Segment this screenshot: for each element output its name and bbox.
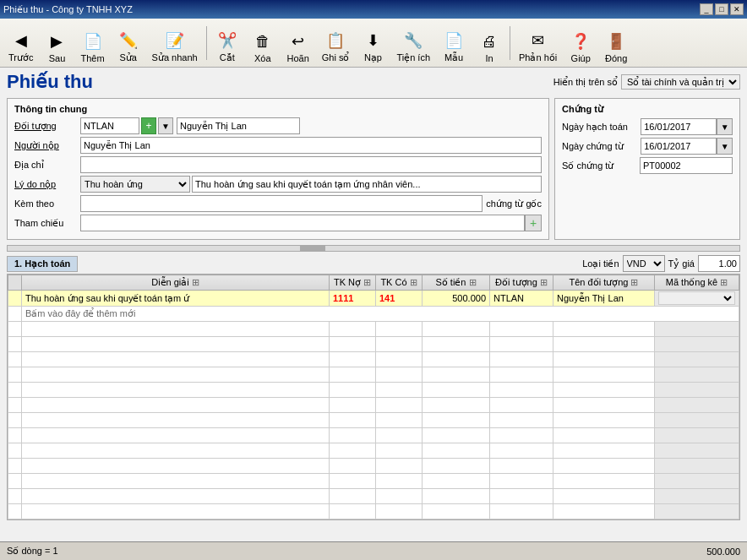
loai-tien-row: Loại tiền VND USD Tỷ giá (582, 255, 740, 272)
ly-do-nop-row: Lý do nộp Thu hoàn ứng (14, 176, 542, 193)
col-ma-thong-ke: Mã thống kê ⊞ (655, 275, 739, 291)
tham-chieu-input[interactable] (80, 215, 525, 231)
toolbar-cut[interactable]: ✂️ Cắt (210, 27, 244, 65)
empty-row-12 (8, 489, 739, 504)
ly-do-select[interactable]: Thu hoàn ứng (80, 176, 190, 193)
toolbar-post[interactable]: 📋 Ghi sổ (317, 27, 355, 65)
page-title-row: Phiếu thu Hiển thị trên sổ Sổ tài chính … (7, 71, 740, 93)
kem-theo-label: Kèm theo (14, 198, 80, 209)
toolbar-cancel[interactable]: ↩ Hoãn (281, 28, 315, 65)
dia-chi-label: Địa chỉ (14, 160, 80, 171)
chung-tu-title: Chứng từ (562, 104, 733, 115)
ngay-chung-tu-input[interactable] (641, 138, 717, 155)
nguoi-nop-input[interactable] (80, 137, 542, 154)
cell-ten-doi-tuong[interactable]: Nguyễn Thị Lan (553, 291, 655, 307)
display-label: Hiển thị trên sổ (553, 77, 618, 88)
ty-gia-input[interactable] (698, 255, 740, 272)
cell-tk-no[interactable]: 1111 (330, 291, 376, 307)
so-chung-tu-row: Số chứng từ (562, 157, 733, 174)
status-total: 500.000 (706, 546, 740, 557)
new-row[interactable]: Bấm vào đây để thêm mới (8, 307, 739, 322)
nguoi-nop-label: Người nộp (14, 140, 80, 151)
empty-row-4 (8, 367, 739, 383)
new-row-label[interactable]: Bấm vào đây để thêm mới (22, 307, 739, 322)
ngay-hach-toan-input[interactable] (641, 118, 717, 135)
template-icon: 📄 (442, 29, 466, 52)
window-controls: _ □ ✕ (700, 3, 744, 15)
toolbar-next[interactable]: ▶ Sau (40, 28, 74, 65)
feedback-icon: ✉ (526, 29, 550, 52)
main-content: Phiếu thu Hiển thị trên sổ Sổ tài chính … (0, 68, 747, 541)
toolbar-add[interactable]: 📄 Thêm (75, 28, 109, 65)
loai-tien-select[interactable]: VND USD (623, 255, 665, 272)
ma-thong-ke-select[interactable] (658, 291, 735, 305)
hach-toan-header: 1. Hạch toán Loại tiền VND USD Tỷ giá (7, 255, 740, 272)
dia-chi-input[interactable] (80, 156, 542, 173)
page-title: Phiếu thu (7, 71, 93, 93)
toolbar-help[interactable]: ❓ Giúp (564, 28, 597, 65)
empty-row-10 (8, 459, 739, 474)
cell-ma-thong-ke[interactable] (655, 291, 739, 307)
toolbar-delete-label: Xóa (254, 53, 271, 63)
table-body: Thu hoàn ứng sau khi quyết toán tạm ứ 11… (8, 291, 739, 519)
row-count: Số dòng = 1 (7, 546, 58, 557)
toolbar-quickedit[interactable]: 📝 Sửa nhanh (147, 27, 203, 65)
ly-do-text-input[interactable] (192, 176, 542, 193)
toolbar-help-label: Giúp (571, 53, 591, 63)
horizontal-scrollbar[interactable] (7, 245, 740, 252)
form-layout: Thông tin chung Đối tượng + ▼ Người nộp … (7, 98, 740, 240)
toolbar-edit-label: Sửa (119, 52, 136, 63)
chung-tu-section: Chứng từ Ngày hạch toán ▼ Ngày chứng từ … (554, 98, 740, 240)
tham-chieu-label: Tham chiếu (14, 218, 80, 229)
toolbar-print[interactable]: 🖨 In (472, 28, 506, 65)
so-chung-tu-input[interactable] (640, 157, 733, 174)
maximize-button[interactable]: □ (715, 3, 728, 15)
loai-tien-label: Loại tiền (582, 258, 619, 269)
display-select[interactable]: Sổ tài chính và quản trị Sổ tài chính Sổ… (621, 74, 740, 90)
toolbar-edit[interactable]: ✏️ Sửa (112, 27, 145, 65)
display-option: Hiển thị trên sổ Sổ tài chính và quản tr… (553, 74, 740, 90)
ngay-hach-toan-picker[interactable]: ▼ (717, 118, 733, 135)
kem-theo-row: Kèm theo chứng từ gốc (14, 195, 542, 212)
cell-dien-giai[interactable]: Thu hoàn ứng sau khi quyết toán tạm ứ (22, 291, 330, 307)
toolbar-feedback[interactable]: ✉ Phản hồi (514, 27, 562, 65)
toolbar-cut-label: Cắt (220, 52, 235, 63)
ngay-chung-tu-picker[interactable]: ▼ (717, 138, 733, 155)
tham-chieu-add-button[interactable]: + (525, 215, 542, 231)
ngay-chung-tu-row: Ngày chứng từ ▼ (562, 138, 733, 155)
toolbar-close-label: Đóng (605, 53, 627, 63)
minimize-button[interactable]: _ (700, 3, 713, 15)
row-pin (8, 291, 22, 307)
doi-tuong-arrow-button[interactable]: ▼ (158, 117, 173, 134)
toolbar-template-label: Mẫu (444, 52, 463, 63)
empty-row-11 (8, 474, 739, 489)
delete-icon: 🗑 (251, 30, 275, 53)
hach-toan-table: Diễn giải ⊞ TK Nợ ⊞ TK Có ⊞ Số tiền ⊞ Đố… (8, 275, 739, 519)
toolbar-print-label: In (485, 53, 493, 63)
doi-tuong-name-input[interactable] (177, 117, 300, 134)
status-bar: Số dòng = 1 500.000 (0, 541, 747, 560)
cell-tk-co[interactable]: 141 (376, 291, 423, 307)
toolbar-close[interactable]: 🚪 Đóng (599, 28, 633, 65)
close-window-button[interactable]: ✕ (730, 3, 744, 15)
toolbar-load[interactable]: ⬇ Nạp (356, 27, 390, 65)
toolbar-back[interactable]: ◀ Trước (3, 27, 38, 65)
col-pin (8, 275, 22, 291)
ngay-chung-tu-label: Ngày chứng từ (562, 141, 641, 152)
cut-icon: ✂️ (215, 29, 239, 52)
cell-doi-tuong[interactable]: NTLAN (490, 291, 553, 307)
doi-tuong-id-input[interactable] (80, 117, 139, 134)
thong-tin-chung-title: Thông tin chung (14, 104, 542, 114)
help-icon: ❓ (569, 30, 592, 53)
cell-so-tien[interactable]: 500.000 (423, 291, 490, 307)
empty-row-8 (8, 428, 739, 443)
col-doi-tuong: Đối tượng ⊞ (490, 275, 553, 291)
toolbar-utils[interactable]: 🔧 Tiện ích (391, 27, 435, 65)
toolbar-delete[interactable]: 🗑 Xóa (246, 28, 280, 65)
toolbar-template[interactable]: 📄 Mẫu (437, 27, 471, 65)
toolbar-sep-1 (206, 26, 207, 60)
post-icon: 📋 (324, 29, 347, 52)
data-table-wrapper: Diễn giải ⊞ TK Nợ ⊞ TK Có ⊞ Số tiền ⊞ Đố… (7, 274, 740, 520)
kem-theo-input[interactable] (80, 195, 483, 212)
doi-tuong-add-button[interactable]: + (141, 117, 156, 134)
